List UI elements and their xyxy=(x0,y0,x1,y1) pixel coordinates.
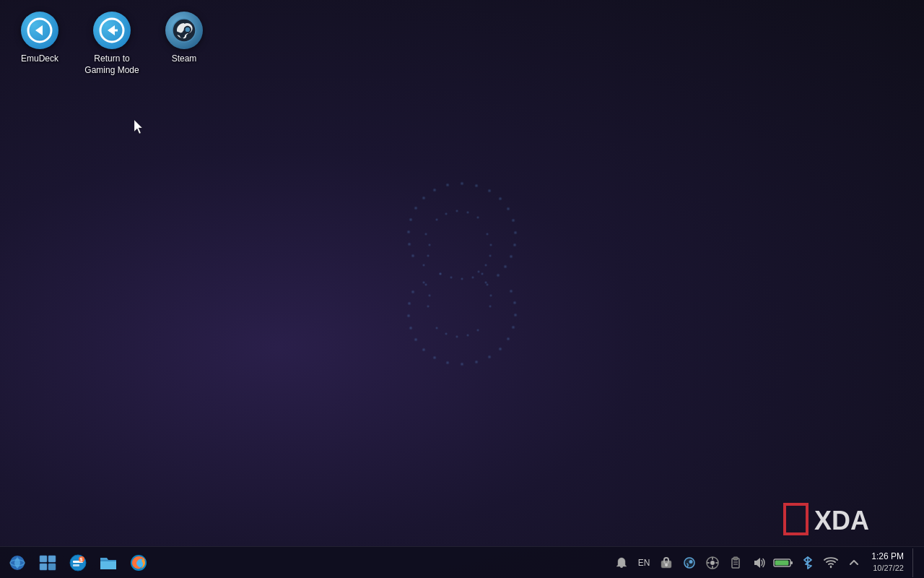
svg-rect-92 xyxy=(100,560,116,561)
svg-point-57 xyxy=(445,332,448,335)
notifications-tray[interactable] xyxy=(611,548,632,577)
svg-point-27 xyxy=(499,348,502,351)
svg-point-68 xyxy=(484,281,487,284)
svg-point-26 xyxy=(488,355,492,359)
wallpaper-logo xyxy=(383,162,541,393)
svg-rect-84 xyxy=(48,556,56,562)
svg-point-25 xyxy=(475,361,479,364)
svg-point-49 xyxy=(481,272,484,275)
svg-point-18 xyxy=(422,197,426,200)
svg-point-3 xyxy=(499,197,502,201)
svg-point-30 xyxy=(514,314,518,317)
taskbar: $ xyxy=(0,546,924,578)
svg-point-35 xyxy=(422,348,426,352)
svg-point-40 xyxy=(411,290,415,294)
svg-point-43 xyxy=(427,254,430,257)
svg-rect-85 xyxy=(40,564,47,570)
clipboard-tray[interactable] xyxy=(725,548,746,577)
svg-point-63 xyxy=(427,305,430,308)
svg-point-37 xyxy=(409,327,413,330)
svg-text:XDA: XDA xyxy=(814,506,869,535)
svg-point-34 xyxy=(433,356,437,360)
svg-point-54 xyxy=(466,211,469,214)
emudeck-icon-image xyxy=(21,12,58,49)
steam-desktop-label: Steam xyxy=(172,53,197,65)
steam-desktop-icon-image xyxy=(165,12,203,49)
svg-point-32 xyxy=(510,290,513,293)
svg-point-48 xyxy=(471,276,474,279)
svg-point-36 xyxy=(414,338,418,342)
svg-point-22 xyxy=(408,243,411,246)
steam-desktop-icon[interactable]: Steam xyxy=(152,7,217,69)
svg-point-13 xyxy=(489,254,492,257)
task-manager-button[interactable] xyxy=(33,548,62,577)
clock-area[interactable]: 1:26 PM 10/27/22 xyxy=(867,551,908,574)
network-tray[interactable] xyxy=(821,548,841,577)
return-gaming-icon-image xyxy=(93,12,131,49)
svg-rect-105 xyxy=(707,562,710,564)
svg-point-62 xyxy=(428,294,431,297)
svg-rect-104 xyxy=(712,566,713,569)
svg-point-33 xyxy=(446,361,450,365)
svg-point-60 xyxy=(476,329,479,332)
svg-rect-106 xyxy=(715,562,718,564)
svg-point-16 xyxy=(446,184,450,187)
svg-point-42 xyxy=(428,243,431,246)
battery-tray[interactable] xyxy=(772,548,795,577)
discover-button[interactable]: $ xyxy=(64,548,92,577)
svg-point-11 xyxy=(486,233,489,236)
svg-point-24 xyxy=(461,363,464,366)
svg-rect-79 xyxy=(795,532,808,535)
return-gaming-label: Return to Gaming Mode xyxy=(84,53,140,76)
svg-point-31 xyxy=(513,301,517,305)
svg-point-14 xyxy=(484,264,487,267)
bluetooth-tray[interactable] xyxy=(798,548,818,577)
emudeck-icon[interactable]: EmuDeck xyxy=(7,7,72,69)
svg-point-20 xyxy=(409,218,413,222)
svg-point-15 xyxy=(477,270,480,273)
svg-point-58 xyxy=(456,335,458,338)
svg-rect-103 xyxy=(712,557,713,560)
svg-point-38 xyxy=(407,314,411,318)
language-tray[interactable]: EN xyxy=(635,548,654,577)
desktop: EmuDeck Return to Gaming Mode xyxy=(0,0,924,578)
svg-point-97 xyxy=(665,564,668,566)
svg-point-50 xyxy=(439,272,442,275)
svg-point-52 xyxy=(445,212,448,215)
svg-point-59 xyxy=(466,334,469,337)
steam-tray-icon[interactable] xyxy=(679,548,699,577)
volume-tray[interactable] xyxy=(749,548,769,577)
svg-point-41 xyxy=(424,233,427,236)
svg-point-0 xyxy=(461,182,464,186)
clock-time: 1:26 PM xyxy=(871,551,904,563)
svg-point-2 xyxy=(488,189,492,193)
svg-point-4 xyxy=(507,207,510,211)
expand-tray-button[interactable] xyxy=(844,548,864,577)
firefox-button[interactable] xyxy=(124,548,153,577)
svg-text:$: $ xyxy=(80,557,83,563)
svg-point-73 xyxy=(186,27,190,32)
svg-point-56 xyxy=(435,327,438,329)
svg-point-1 xyxy=(475,184,479,188)
config-tray[interactable] xyxy=(702,548,723,577)
svg-point-7 xyxy=(513,243,517,247)
show-desktop-button[interactable] xyxy=(912,548,917,577)
file-manager-button[interactable] xyxy=(94,548,123,577)
svg-point-6 xyxy=(514,231,518,235)
svg-point-9 xyxy=(504,265,507,269)
svg-point-46 xyxy=(450,276,453,279)
plasma-menu-button[interactable] xyxy=(3,548,32,577)
svg-point-61 xyxy=(424,283,427,286)
svg-point-47 xyxy=(461,277,463,280)
svg-point-64 xyxy=(422,281,425,284)
svg-point-21 xyxy=(407,230,411,234)
taskbar-left: $ xyxy=(3,548,153,577)
svg-rect-113 xyxy=(775,560,789,565)
svg-point-23 xyxy=(411,254,415,258)
svg-point-67 xyxy=(489,305,492,308)
xda-watermark: XDA xyxy=(780,499,924,542)
svg-rect-108 xyxy=(733,557,738,560)
kleopatra-tray[interactable] xyxy=(656,548,676,577)
return-gaming-icon[interactable]: Return to Gaming Mode xyxy=(79,7,144,80)
svg-point-102 xyxy=(710,561,715,565)
